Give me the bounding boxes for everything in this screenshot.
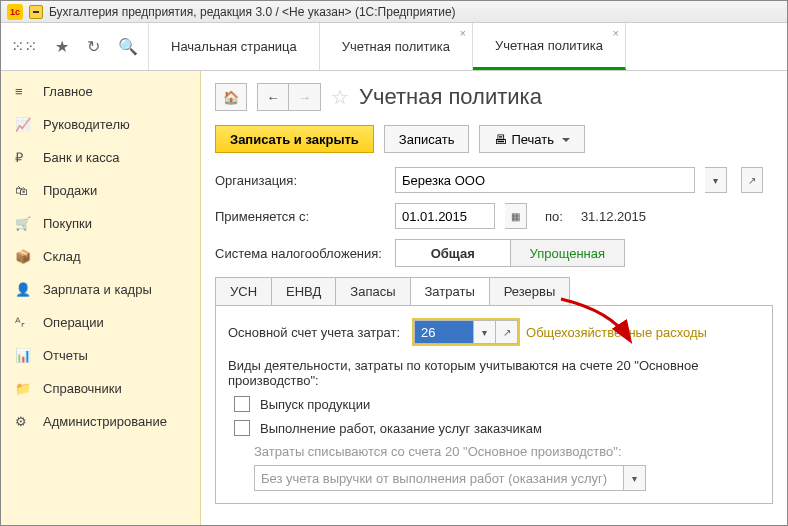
back-button[interactable]: ← [257,83,289,111]
account-description: Общехозяйственные расходы [526,325,707,340]
save-close-button[interactable]: Записать и закрыть [215,125,374,153]
sidebar-item-label: Администрирование [43,414,167,429]
home-button[interactable]: 🏠 [215,83,247,111]
close-icon[interactable]: × [613,27,619,39]
writeoff-label: Затраты списываются со счета 20 "Основно… [254,444,760,459]
subtab-body: Основной счет учета затрат: ▾ ↗ Общехозя… [215,305,773,504]
sidebar-item-catalogs[interactable]: 📁Справочники [1,372,200,405]
checkbox-output-label: Выпуск продукции [260,397,370,412]
minimize-button[interactable] [29,5,43,19]
sidebar-item-salary[interactable]: 👤Зарплата и кадры [1,273,200,306]
history-icon[interactable]: ↻ [87,37,100,56]
dropdown-button[interactable]: ▾ [474,320,496,344]
app-logo-1c: 1c [7,4,23,20]
sidebar-item-manager[interactable]: 📈Руководителю [1,108,200,141]
sidebar-item-warehouse[interactable]: 📦Склад [1,240,200,273]
sidebar-item-label: Руководителю [43,117,130,132]
writeoff-select[interactable] [254,465,624,491]
org-label: Организация: [215,173,385,188]
sidebar-item-label: Склад [43,249,81,264]
tax-simple-button[interactable]: Упрощенная [511,239,626,267]
sidebar-item-purchases[interactable]: 🛒Покупки [1,207,200,240]
date-from-input[interactable] [395,203,495,229]
sidebar-item-label: Отчеты [43,348,88,363]
star-icon[interactable]: ★ [55,37,69,56]
person-icon: 👤 [15,282,31,297]
menu-icon: ≡ [15,84,31,99]
tab-home[interactable]: Начальная страница [149,23,320,70]
main-content: 🏠 ← → ☆ Учетная политика Записать и закр… [201,71,787,525]
open-ref-button[interactable]: ↗ [496,320,518,344]
folder-icon: 📁 [15,381,31,396]
sidebar-item-label: Главное [43,84,93,99]
apps-icon[interactable]: ⁙⁙ [11,37,37,56]
toolbar-icons: ⁙⁙ ★ ↻ 🔍 [1,23,149,70]
box-icon: 📦 [15,249,31,264]
tab-policy-2-label: Учетная политика [495,38,603,53]
sidebar-item-label: Операции [43,315,104,330]
org-input[interactable] [395,167,695,193]
save-button[interactable]: Записать [384,125,470,153]
cart-icon: 🛒 [15,216,31,231]
sidebar-item-sales[interactable]: 🛍Продажи [1,174,200,207]
sidebar-item-label: Продажи [43,183,97,198]
tab-policy-2[interactable]: Учетная политика× [473,23,626,70]
dropdown-button[interactable]: ▾ [705,167,727,193]
checkbox-services-label: Выполнение работ, оказание услуг заказчи… [260,421,542,436]
to-label: по: [545,209,563,224]
calendar-icon[interactable]: ▦ [505,203,527,229]
sidebar-item-bank[interactable]: ₽Банк и касса [1,141,200,174]
search-icon[interactable]: 🔍 [118,37,138,56]
subtab-stock[interactable]: Запасы [336,278,410,305]
sidebar: ≡Главное 📈Руководителю ₽Банк и касса 🛍Пр… [1,71,201,525]
gear-icon: ⚙ [15,414,31,429]
bag-icon: 🛍 [15,183,31,198]
checkbox-services[interactable] [234,420,250,436]
subtab-envd[interactable]: ЕНВД [272,278,336,305]
sidebar-item-label: Зарплата и кадры [43,282,152,297]
subtab-usn[interactable]: УСН [216,278,272,305]
sidebar-item-admin[interactable]: ⚙Администрирование [1,405,200,438]
printer-icon: 🖶 [494,132,507,147]
tab-home-label: Начальная страница [171,39,297,54]
ruble-icon: ₽ [15,150,31,165]
sidebar-item-operations[interactable]: ᴬᵣОперации [1,306,200,339]
window-title: Бухгалтерия предприятия, редакция 3.0 / … [49,5,456,19]
subtab-costs[interactable]: Затраты [411,278,490,305]
open-ref-button[interactable]: ↗ [741,167,763,193]
dropdown-button[interactable]: ▾ [624,465,646,491]
account-label: Основной счет учета затрат: [228,325,400,340]
subtab-reserves[interactable]: Резервы [490,278,570,305]
chevron-down-icon [558,132,570,147]
account-input[interactable] [414,320,474,344]
applies-label: Применяется с: [215,209,385,224]
sidebar-item-label: Банк и касса [43,150,120,165]
top-tab-bar: ⁙⁙ ★ ↻ 🔍 Начальная страница Учетная поли… [1,23,787,71]
forward-button[interactable]: → [289,83,321,111]
close-icon[interactable]: × [459,27,465,39]
chart-icon: 📈 [15,117,31,132]
tax-common-button[interactable]: Общая [395,239,511,267]
tax-label: Система налогообложения: [215,246,385,261]
sidebar-item-reports[interactable]: 📊Отчеты [1,339,200,372]
bars-icon: 📊 [15,348,31,363]
window-titlebar: 1c Бухгалтерия предприятия, редакция 3.0… [1,1,787,23]
sidebar-item-main[interactable]: ≡Главное [1,75,200,108]
tab-policy-1[interactable]: Учетная политика× [320,23,473,70]
tab-policy-1-label: Учетная политика [342,39,450,54]
favorite-star-icon[interactable]: ☆ [331,85,349,109]
checkbox-output[interactable] [234,396,250,412]
sidebar-item-label: Справочники [43,381,122,396]
sub-tabs: УСН ЕНВД Запасы Затраты Резервы [215,277,570,305]
transactions-icon: ᴬᵣ [15,315,31,330]
sidebar-item-label: Покупки [43,216,92,231]
activities-label: Виды деятельности, затраты по которым уч… [228,358,760,388]
print-label: Печать [511,132,554,147]
page-title: Учетная политика [359,84,542,110]
date-to-value: 31.12.2015 [581,209,646,224]
print-button[interactable]: 🖶Печать [479,125,585,153]
